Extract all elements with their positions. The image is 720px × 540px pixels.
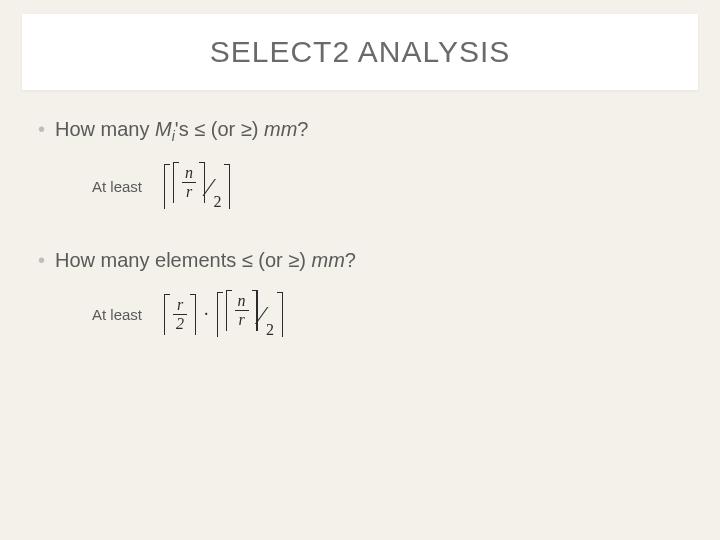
b1-or: (or (205, 118, 241, 140)
at-least-2: At least (92, 306, 142, 323)
bullet-2-text: How many elements ≤ (or ≥) mm? (55, 249, 356, 272)
b2-mm: mm (312, 249, 345, 271)
bigfrac-2-num: n r (226, 290, 258, 331)
b2-q: ? (345, 249, 356, 271)
answer-2: At least r 2 · (92, 292, 682, 337)
frac-nr-2: n r (235, 292, 249, 329)
frac-nr-1: n r (182, 164, 196, 201)
rceil-icon (252, 290, 258, 331)
b2-prefix: How many elements (55, 249, 242, 271)
bigfrac-1: n r ⁄ 2 (173, 166, 221, 207)
slide-title: SELECT2 ANALYSIS (210, 35, 511, 69)
lceil-icon (217, 292, 223, 337)
ceil-inner-nr-2: n r (226, 290, 258, 331)
ceil-outer-1: n r ⁄ 2 (164, 164, 230, 209)
content-area: • How many Mi's ≤ (or ≥) mm? At least (38, 118, 682, 377)
bullet-2: • How many elements ≤ (or ≥) mm? (38, 249, 682, 272)
b2-le: ≤ (242, 249, 253, 271)
cdot-icon: · (204, 304, 209, 325)
expr-1: n r ⁄ 2 (164, 164, 230, 209)
b1-ge: ≥ (241, 118, 252, 140)
lceil-icon (164, 164, 170, 209)
ceil-inner-1: n r ⁄ 2 (170, 164, 224, 209)
denom-two-2: 2 (266, 321, 274, 339)
b1-le: ≤ (194, 118, 205, 140)
title-band: SELECT2 ANALYSIS (22, 14, 698, 90)
b1-apos: 's (175, 118, 194, 140)
b1-mm: mm (264, 118, 297, 140)
frac-r-2: r (235, 311, 247, 329)
bigfrac-2: n r ⁄ 2 (226, 294, 274, 335)
rceil-icon (224, 164, 230, 209)
at-least-1: At least (92, 178, 142, 195)
ceil-r2: r 2 (164, 294, 196, 335)
slide: SELECT2 ANALYSIS • How many Mi's ≤ (or ≥… (0, 0, 720, 540)
bullet-1-text: How many Mi's ≤ (or ≥) mm? (55, 118, 308, 144)
expr-2: r 2 · (164, 292, 283, 337)
rceil-icon (199, 162, 205, 203)
ceil-inner-nr-1: n r (173, 162, 205, 203)
b1-rest: ) (252, 118, 264, 140)
frac-r: r (183, 183, 195, 201)
ceil-outer-2: n r ⁄ 2 (217, 292, 283, 337)
frac-r2-den: 2 (173, 315, 187, 333)
b2-ge: ≥ (288, 249, 299, 271)
b1-q: ? (297, 118, 308, 140)
lceil-icon (164, 294, 170, 335)
slash-icon: ⁄ (260, 301, 264, 331)
bigfrac-1-num: n r (173, 162, 205, 203)
rceil-icon (277, 292, 283, 337)
bullet-dot-icon: • (38, 119, 45, 139)
slash-icon: ⁄ (207, 173, 211, 203)
bullet-1: • How many Mi's ≤ (or ≥) mm? (38, 118, 682, 144)
b1-prefix: How many (55, 118, 155, 140)
frac-r2: r 2 (173, 296, 187, 333)
answer-1: At least n (92, 164, 682, 209)
rceil-icon (190, 294, 196, 335)
frac-n: n (182, 164, 196, 182)
frac-r2-num: r (174, 296, 186, 314)
denom-two-1: 2 (213, 193, 221, 211)
bullet-dot-icon: • (38, 250, 45, 270)
b2-or: (or (253, 249, 289, 271)
lceil-icon (173, 162, 179, 203)
lceil-icon (226, 290, 232, 331)
b2-rest: ) (299, 249, 311, 271)
frac-n-2: n (235, 292, 249, 310)
b1-M: M (155, 118, 172, 140)
